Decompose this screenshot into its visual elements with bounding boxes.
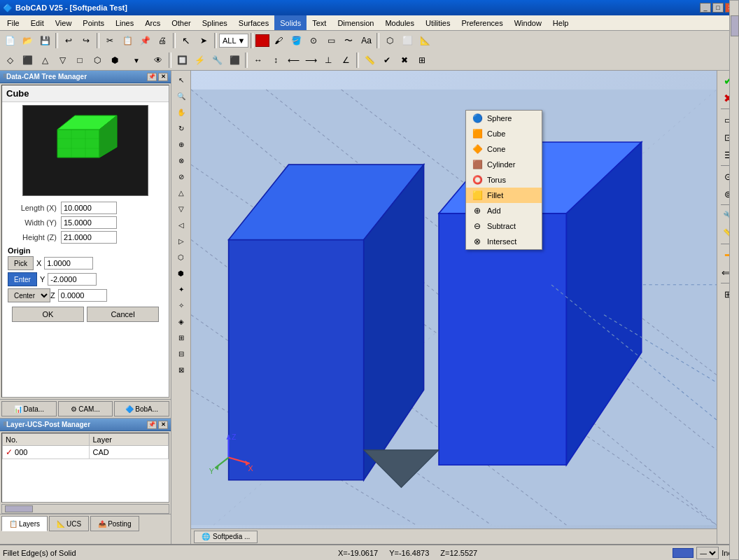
view-dropdown[interactable]: ▼ (124, 52, 149, 68)
menu-item-subtract[interactable]: ⊖ Subtract (466, 218, 542, 234)
nav-tool5[interactable]: ▽ (174, 201, 189, 216)
all-dropdown[interactable]: ALL ▼ (219, 34, 248, 48)
view-s4[interactable]: ⬛ (226, 52, 243, 68)
minimize-button[interactable]: _ (700, 3, 711, 13)
hscroll-thumb[interactable] (5, 505, 33, 512)
nav-pan[interactable]: ✋ (174, 104, 189, 120)
paste-button[interactable]: 📌 (136, 33, 153, 48)
menu-item-torus[interactable]: ⭕ Torus (466, 172, 542, 188)
menu-utilities[interactable]: Utilities (420, 15, 456, 30)
nav-select[interactable]: ↖ (174, 72, 189, 88)
dim-6[interactable]: ∠ (337, 52, 354, 68)
menu-item-fillet[interactable]: 🟨 Fillet (466, 188, 542, 203)
tool3[interactable]: 📐 (416, 33, 433, 48)
fill-button[interactable]: 🪣 (288, 33, 304, 48)
nav-tool4[interactable]: △ (174, 185, 189, 200)
menu-solids[interactable]: Solids (274, 15, 307, 30)
menu-item-sphere[interactable]: 🔵 Sphere (466, 111, 542, 126)
width-input[interactable] (61, 216, 117, 229)
menu-item-add[interactable]: ⊕ Add (466, 203, 542, 218)
menu-modules[interactable]: Modules (379, 15, 420, 30)
layer-close-button[interactable]: ✕ (158, 421, 168, 429)
menu-dimension[interactable]: Dimension (332, 15, 379, 30)
rect-button[interactable]: ▭ (323, 33, 339, 48)
nav-tool12[interactable]: ◈ (174, 314, 189, 329)
view-tool-4[interactable]: ▽ (54, 52, 71, 68)
nav-tool6[interactable]: ◁ (174, 217, 189, 232)
view-tool-1[interactable]: ◇ (1, 52, 18, 68)
menu-view[interactable]: View (50, 15, 78, 30)
nav-tool14[interactable]: ⊟ (174, 346, 189, 361)
dim-3[interactable]: ⟵ (285, 52, 302, 68)
dim-5[interactable]: ⊥ (320, 52, 337, 68)
maximize-button[interactable]: □ (712, 3, 724, 13)
height-input[interactable] (61, 231, 117, 244)
undo-button[interactable]: ↩ (60, 33, 77, 48)
nav-tool8[interactable]: ⬡ (174, 249, 189, 265)
center-select[interactable]: Center Corner (8, 288, 50, 302)
properties-scroll[interactable]: Length (X) Width (Y) Height (Z) (2, 199, 169, 397)
menu-item-cone[interactable]: 🔶 Cone (466, 141, 542, 157)
nav-tool2[interactable]: ⊗ (174, 153, 189, 168)
brush-button[interactable]: 🖌 (270, 33, 287, 48)
menu-edit[interactable]: Edit (25, 15, 50, 30)
menu-item-cube[interactable]: 🟧 Cube (466, 126, 542, 141)
layer-hscroll[interactable] (1, 504, 169, 514)
dim-2[interactable]: ↕ (267, 52, 284, 68)
open-button[interactable]: 📂 (19, 33, 36, 48)
view-tool-3[interactable]: △ (36, 52, 53, 68)
nav-tool1[interactable]: ⊕ (174, 136, 189, 152)
nav-tool15[interactable]: ⊠ (174, 362, 189, 377)
save-button[interactable]: 💾 (36, 33, 53, 48)
cut-button[interactable]: ✂ (101, 33, 118, 48)
copy-button[interactable]: 📋 (119, 33, 136, 48)
view-s3[interactable]: 🔧 (209, 52, 225, 68)
layer-row[interactable]: ✓ 000 CAD (3, 446, 169, 459)
nav-tool3[interactable]: ⊘ (174, 169, 189, 184)
menu-lines[interactable]: Lines (110, 15, 139, 30)
view-s1[interactable]: 🔲 (174, 52, 190, 68)
ok-button[interactable]: OK (12, 307, 84, 322)
menu-arcs[interactable]: Arcs (139, 15, 166, 30)
menu-preferences[interactable]: Preferences (456, 15, 508, 30)
layer-pin-button[interactable]: 📌 (147, 421, 157, 429)
viewport-tab-softpedia[interactable]: 🌐 Softpedia ... (194, 531, 258, 543)
cancel-button[interactable]: Cancel (87, 307, 159, 322)
view-tool-6[interactable]: ⬡ (89, 52, 106, 68)
viewport[interactable]: SOFTPEDIA (191, 71, 717, 544)
z-input[interactable] (58, 289, 107, 302)
view-tool-7[interactable]: ⬢ (106, 52, 123, 68)
x-input[interactable] (44, 257, 93, 270)
menu-window[interactable]: Window (509, 15, 547, 30)
view-eye[interactable]: 👁 (150, 52, 167, 68)
view-s2[interactable]: ⚡ (191, 52, 208, 68)
nav-rotate[interactable]: ↻ (174, 120, 189, 136)
misc-4[interactable]: ⊞ (414, 52, 430, 68)
tool2[interactable]: ⬜ (399, 33, 416, 48)
cursor-button[interactable]: ↖ (178, 33, 195, 48)
misc-2[interactable]: ✔ (379, 52, 395, 68)
nav-tool7[interactable]: ▷ (174, 233, 189, 248)
menu-text[interactable]: Text (307, 15, 332, 30)
menu-points[interactable]: Points (77, 15, 110, 30)
new-button[interactable]: 📄 (1, 33, 18, 48)
redo-button[interactable]: ↪ (78, 33, 94, 48)
menu-file[interactable]: File (1, 15, 25, 30)
dim-1[interactable]: ↔ (250, 52, 267, 68)
curve-button[interactable]: 〜 (340, 33, 357, 48)
tab-data[interactable]: 📊 Data... (1, 401, 57, 416)
color-swatch[interactable] (673, 548, 694, 558)
enter-button[interactable]: Enter (8, 272, 37, 286)
tab-ucs[interactable]: 📐 UCS (49, 516, 89, 531)
tab-layers[interactable]: 📋 Layers (1, 516, 48, 531)
tree-close-button[interactable]: ✕ (158, 73, 168, 81)
menu-other[interactable]: Other (166, 15, 197, 30)
circle-button[interactable]: ⊙ (305, 33, 322, 48)
tool1[interactable]: ⬡ (381, 33, 398, 48)
menu-surfaces[interactable]: Surfaces (233, 15, 274, 30)
tab-cam[interactable]: ⚙ CAM... (58, 401, 113, 416)
nav-tool11[interactable]: ✧ (174, 298, 189, 313)
dim-4[interactable]: ⟶ (302, 52, 319, 68)
y-input[interactable] (48, 273, 97, 286)
length-input[interactable] (61, 202, 117, 214)
